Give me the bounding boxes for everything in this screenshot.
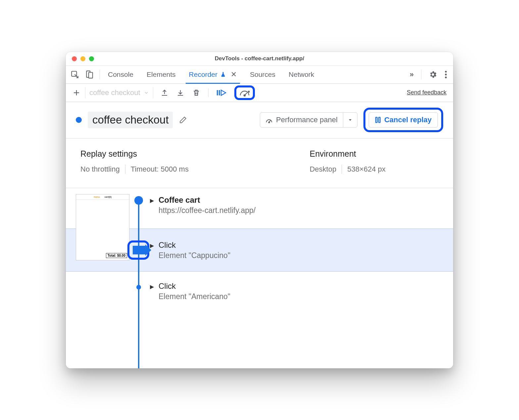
expand-step-icon[interactable]: ▶	[150, 242, 154, 249]
step-title: Click	[159, 240, 230, 250]
step-title: Coffee cart	[159, 195, 256, 205]
divider	[100, 70, 100, 79]
step-node	[134, 196, 143, 205]
thumb-footer: Total: $0.00	[106, 253, 127, 258]
tab-elements[interactable]: Elements	[140, 66, 182, 83]
svg-rect-11	[219, 90, 220, 95]
tab-sources[interactable]: Sources	[243, 66, 282, 83]
recording-selector[interactable]: coffee checkout	[85, 87, 153, 98]
svg-point-3	[445, 71, 447, 73]
svg-rect-10	[217, 90, 218, 95]
maximize-window-button[interactable]	[89, 56, 94, 61]
divider	[208, 88, 209, 97]
panel-tabbar: Console Elements Recorder ✕ Sources Netw…	[66, 66, 453, 84]
inspect-element-icon[interactable]	[71, 70, 79, 79]
device-value: Desktop	[309, 165, 336, 174]
expand-step-icon[interactable]: ▶	[150, 197, 154, 204]
timeline-line	[138, 197, 139, 368]
environment-settings: Environment Desktop 538×624 px	[309, 149, 385, 174]
kebab-menu-icon[interactable]	[445, 70, 447, 79]
svg-rect-2	[89, 73, 93, 78]
step-subtitle: Element "Americano"	[159, 292, 230, 301]
replay-speed-icon[interactable]	[239, 89, 250, 97]
svg-point-5	[445, 77, 447, 78]
cancel-replay-label: Cancel replay	[384, 116, 432, 124]
step-row[interactable]: ▶ Click Element "Americano"	[150, 282, 230, 301]
settings-row: Replay settings No throttling Timeout: 5…	[66, 138, 453, 188]
replay-settings: Replay settings No throttling Timeout: 5…	[80, 149, 309, 174]
svg-rect-19	[379, 117, 380, 123]
divider	[342, 165, 342, 174]
svg-marker-12	[221, 90, 226, 95]
step-subtitle: https://coffee-cart.netlify.app/	[159, 206, 256, 215]
page-thumbnail: menu cart(0) Total: $0.00	[76, 194, 129, 260]
step-row[interactable]: ▶ Click Element "Cappucino"	[150, 240, 230, 260]
performance-panel-select[interactable]: Performance panel	[260, 112, 357, 128]
chevron-down-icon	[144, 90, 149, 95]
more-tabs-icon[interactable]: »	[410, 70, 414, 79]
new-recording-icon[interactable]	[72, 89, 80, 97]
recording-status-dot	[76, 117, 82, 123]
tab-label: Console	[108, 71, 133, 79]
recording-title[interactable]: coffee checkout	[88, 112, 173, 128]
device-toolbar-icon[interactable]	[85, 70, 94, 79]
steps-timeline: menu cart(0) Total: $0.00 ▶ Coffee cart …	[66, 188, 453, 368]
expand-step-icon[interactable]: ▶	[150, 284, 154, 290]
step-row[interactable]: ▶ Coffee cart https://coffee-cart.netlif…	[150, 195, 256, 215]
traffic-lights	[66, 56, 94, 61]
environment-heading: Environment	[309, 149, 385, 159]
svg-line-14	[245, 93, 247, 95]
tab-recorder[interactable]: Recorder ✕	[182, 66, 243, 83]
recording-selector-label: coffee checkout	[89, 88, 140, 97]
thumb-tab: cart(0)	[105, 196, 112, 198]
tab-label: Recorder	[189, 71, 217, 79]
edit-title-icon[interactable]	[179, 116, 187, 124]
tablist: Console Elements Recorder ✕ Sources Netw…	[101, 66, 321, 83]
divider	[125, 165, 125, 174]
gear-icon[interactable]	[429, 70, 437, 79]
flask-icon	[220, 72, 226, 78]
svg-point-4	[445, 74, 447, 75]
step-subtitle: Element "Cappucino"	[159, 251, 230, 260]
current-step-arrow-icon	[133, 246, 145, 254]
step-title: Click	[159, 282, 230, 291]
thumb-tab: menu	[94, 196, 100, 198]
cancel-replay-highlight: Cancel replay	[363, 108, 443, 132]
tab-label: Elements	[147, 71, 176, 79]
close-window-button[interactable]	[72, 56, 77, 61]
replay-settings-heading: Replay settings	[80, 149, 309, 159]
dimensions-value: 538×624 px	[347, 165, 386, 174]
devtools-window: DevTools - coffee-cart.netlify.app/ Cons…	[66, 52, 453, 368]
step-node	[136, 285, 141, 289]
divider	[421, 70, 421, 79]
tab-label: Sources	[250, 71, 275, 79]
timeout-value[interactable]: Timeout: 5000 ms	[131, 165, 189, 174]
step-replay-icon[interactable]	[216, 89, 226, 97]
import-icon[interactable]	[176, 89, 184, 97]
export-icon[interactable]	[161, 89, 168, 97]
tab-network[interactable]: Network	[282, 66, 321, 83]
replay-speed-button-highlight	[234, 85, 255, 100]
performance-panel-label: Performance panel	[276, 116, 338, 124]
throttling-value[interactable]: No throttling	[80, 165, 120, 174]
titlebar: DevTools - coffee-cart.netlify.app/	[66, 52, 453, 66]
cancel-replay-button[interactable]: Cancel replay	[369, 112, 438, 128]
window-title: DevTools - coffee-cart.netlify.app/	[66, 55, 453, 62]
recorder-toolbar: coffee checkout	[66, 84, 453, 102]
svg-marker-17	[349, 119, 352, 121]
chevron-down-icon[interactable]	[343, 117, 357, 123]
delete-icon[interactable]	[192, 89, 200, 97]
send-feedback-link[interactable]: Send feedback	[407, 89, 447, 96]
recording-header: coffee checkout Performance panel Cancel…	[66, 102, 453, 138]
svg-rect-18	[376, 117, 377, 123]
tab-console[interactable]: Console	[101, 66, 140, 83]
gauge-icon	[265, 116, 273, 124]
close-tab-icon[interactable]: ✕	[231, 70, 237, 79]
tab-label: Network	[289, 71, 314, 79]
pause-icon	[375, 117, 381, 123]
minimize-window-button[interactable]	[80, 56, 85, 61]
current-step-highlight-ring	[127, 240, 149, 260]
